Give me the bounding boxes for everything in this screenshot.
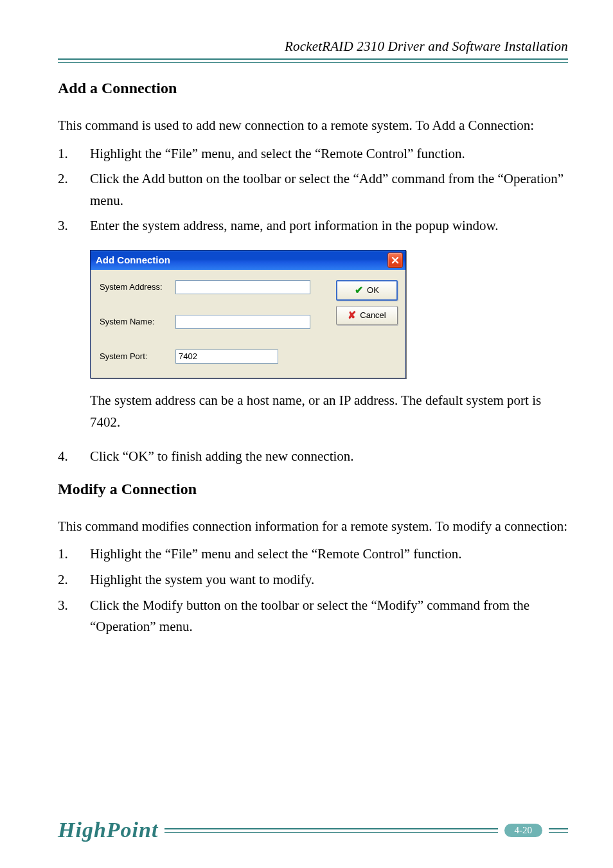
add-steps-list-2: Click “OK” to finish adding the new conn… [58, 446, 568, 468]
brand-logo: HighPoint [58, 818, 158, 842]
section-add-intro: This command is used to add new connecti… [58, 115, 568, 137]
modify-step-2: Highlight the system you want to modify. [58, 569, 568, 591]
ok-button-label: OK [367, 285, 379, 295]
x-icon: ✘ [348, 309, 356, 321]
system-port-label: System Port: [100, 351, 175, 361]
system-name-input[interactable] [175, 315, 310, 329]
modify-steps-list: Highlight the “File” menu and select the… [58, 544, 568, 637]
modify-step-1: Highlight the “File” menu and select the… [58, 544, 568, 565]
header-rule [58, 58, 568, 63]
add-connection-dialog: Add Connection System Address: System Na… [90, 250, 406, 378]
section-modify-intro: This command modifies connection informa… [58, 516, 568, 538]
running-header: RocketRAID 2310 Driver and Software Inst… [58, 39, 568, 55]
close-button[interactable] [387, 252, 403, 268]
cancel-button-label: Cancel [360, 310, 386, 320]
add-step-1: Highlight the “File” menu, and select th… [58, 143, 568, 165]
footer-rule-left [164, 828, 497, 833]
add-step-2: Click the Add button on the toolbar or s… [58, 168, 568, 211]
section-add-title: Add a Connection [58, 80, 568, 97]
add-step-3: Enter the system address, name, and port… [58, 215, 568, 237]
page-footer: HighPoint 4-20 [58, 818, 568, 842]
system-port-input[interactable] [175, 350, 278, 364]
dialog-title: Add Connection [96, 254, 170, 265]
footer-rule-right [549, 828, 568, 833]
system-name-label: System Name: [100, 317, 175, 326]
modify-step-3: Click the Modify button on the toolbar o… [58, 595, 568, 638]
cancel-button[interactable]: ✘ Cancel [336, 306, 398, 325]
section-modify-title: Modify a Connection [58, 481, 568, 498]
dialog-titlebar[interactable]: Add Connection [91, 251, 405, 270]
page-number: 4-20 [504, 824, 543, 837]
add-step-4: Click “OK” to finish adding the new conn… [58, 446, 568, 468]
system-address-label: System Address: [100, 282, 175, 292]
check-icon: ✔ [355, 284, 363, 296]
system-address-input[interactable] [175, 280, 310, 294]
add-steps-list: Highlight the “File” menu, and select th… [58, 143, 568, 237]
close-icon [391, 256, 399, 264]
ok-button[interactable]: ✔ OK [336, 280, 398, 301]
after-dialog-note: The system address can be a host name, o… [90, 390, 568, 433]
